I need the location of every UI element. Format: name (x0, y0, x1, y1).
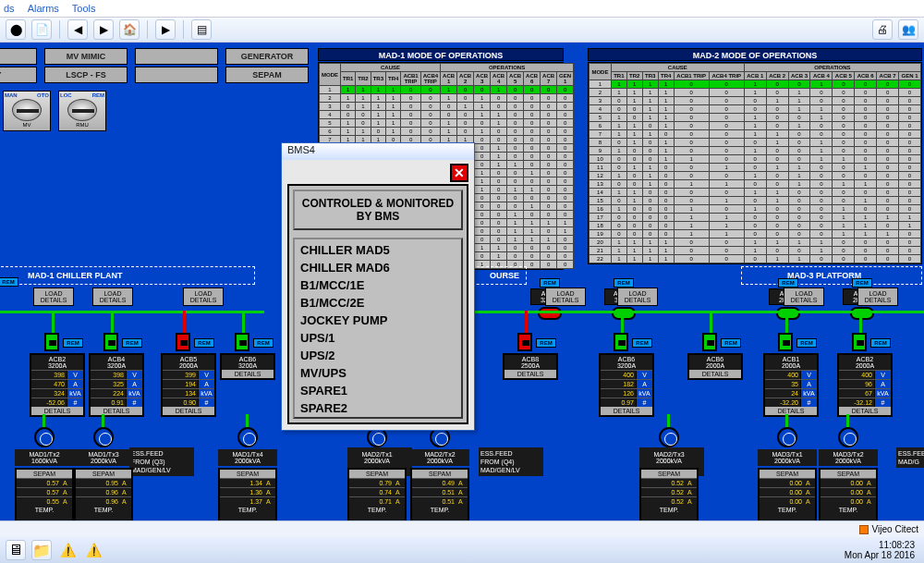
bms-list-item[interactable]: CHILLER MAD5 (300, 241, 456, 259)
load-details-button[interactable]: LOAD DETAILS (183, 288, 224, 306)
task-button[interactable]: 🖥 (6, 540, 26, 560)
load-details-button[interactable]: LOAD DETAILS (545, 288, 586, 306)
bms-list-item[interactable]: JOCKEY PUMP (300, 312, 456, 329)
dials: MANOTO MV LOCREM RMU (3, 91, 106, 131)
sepam-title: SEPAM (821, 470, 876, 478)
back-button[interactable]: ◀ (67, 19, 88, 40)
details-button[interactable]: DETAILS (601, 407, 652, 415)
load-details-button[interactable]: LOAD DETAILS (784, 288, 824, 306)
breaker-icon[interactable] (850, 307, 874, 320)
breaker-icon (778, 333, 793, 351)
feeder: MAD3/Tx22000kVA SEPAM 0.00A0.00A0.00A TE… (819, 427, 878, 525)
feeder-drop (43, 414, 45, 427)
sepam-title: SEPAM (220, 470, 275, 478)
close-icon[interactable]: ✕ (450, 164, 468, 182)
breaker-icon (852, 333, 867, 351)
nav-button-blank2[interactable] (135, 67, 218, 83)
details-button[interactable]: DETAILS (163, 407, 214, 415)
breaker[interactable] (517, 333, 532, 351)
nav-button-mv-mimic[interactable]: MV MIMIC (44, 48, 128, 65)
mode-header-2: MAD-2 MODE OF OPERATIONS (588, 48, 922, 61)
rem-tag: REM (796, 338, 817, 348)
menu-item[interactable]: ds (4, 3, 15, 14)
details-button[interactable]: DETAILS (505, 370, 556, 378)
details-button[interactable]: DETAILS (91, 407, 142, 415)
breaker[interactable] (176, 333, 190, 351)
separator (147, 20, 148, 39)
dial-rmu[interactable]: LOCREM RMU (58, 91, 106, 131)
menu-item[interactable]: Tools (72, 3, 96, 14)
load-details-button[interactable]: LOAD DETAILS (617, 288, 658, 306)
nav-button-lscp[interactable]: LSCP - FS (44, 67, 128, 83)
menu-bar: ds Alarms Tools (0, 0, 924, 17)
plant-label: OURSE (490, 271, 519, 280)
acb-name: ACB62000A (689, 355, 741, 370)
breaker[interactable] (778, 333, 793, 351)
breaker[interactable] (235, 333, 249, 351)
toolbar-button[interactable]: ▶ (155, 19, 176, 40)
breaker[interactable] (852, 333, 867, 351)
temp-label: TEMP. (641, 506, 697, 514)
warning-icon[interactable]: ⚠️ (57, 540, 78, 560)
toolbar-button[interactable]: 📄 (31, 19, 52, 40)
bms-list-item[interactable]: SPARE1 (300, 382, 456, 399)
details-button[interactable]: DETAILS (222, 370, 274, 378)
bus-drop (785, 311, 788, 335)
breaker-icon[interactable] (538, 307, 562, 320)
load-details-button[interactable]: LOAD DETAILS (33, 288, 74, 306)
details-button[interactable]: DETAILS (689, 370, 741, 378)
breaker[interactable] (103, 333, 118, 351)
sepam-panel: SEPAM 1.34A1.36A1.37A TEMP. (218, 468, 277, 525)
breaker[interactable] (614, 333, 628, 351)
bms-list-item[interactable]: UPS/1 (300, 329, 456, 347)
home-button[interactable]: 🏠 (119, 19, 140, 40)
task-button[interactable]: 📁 (31, 540, 52, 560)
acb-name: ACB23200A (31, 355, 83, 370)
dial-caption: RMU (76, 122, 89, 128)
feeder-label: MAD1/Tx32000kVA (74, 449, 133, 466)
feeder-drop (785, 414, 788, 427)
rem-tag: REM (870, 338, 891, 348)
nav-button-ic[interactable]: IC (0, 48, 37, 65)
acb-panel: ACB63200A DETAILS (220, 353, 275, 380)
bms-list-item[interactable]: CHILLER MAD6 (300, 259, 456, 276)
nav-button-sepam[interactable]: SEPAM (225, 67, 309, 83)
breaker-icon (702, 333, 717, 351)
app-icon (859, 525, 869, 534)
load-details-button[interactable]: LOAD DETAILS (857, 288, 898, 306)
breaker[interactable] (44, 333, 59, 351)
nav-button-gy[interactable]: GY (0, 67, 37, 83)
bms-list-item[interactable]: B1/MCC/2E (300, 294, 456, 312)
acb-name: ACB63200A (601, 355, 652, 370)
nav-button-blank[interactable] (135, 48, 218, 65)
bms-list-item[interactable]: SPARE3 (300, 417, 456, 419)
toolbar-button[interactable]: ▤ (191, 19, 212, 40)
forward-button[interactable]: ▶ (93, 19, 114, 40)
bms-list-item[interactable]: UPS/2 (300, 347, 456, 364)
print-button[interactable]: 🖨 (872, 19, 893, 40)
menu-item[interactable]: Alarms (28, 3, 59, 14)
dial-label: REM (92, 92, 104, 98)
details-button[interactable]: DETAILS (31, 407, 83, 415)
breaker-icon[interactable] (612, 307, 636, 320)
taskbar: 🖥 📁 ⚠️ ⚠️ 11:08:23 Mon Apr 18 2016 (0, 537, 924, 563)
acb-name: ACB82500A (505, 355, 556, 370)
temp-label: TEMP. (220, 506, 275, 514)
breaker-icon[interactable] (776, 307, 800, 320)
nav-row-1: IC MV MIMIC GENERATOR (0, 48, 309, 65)
bms-list-item[interactable]: SPARE2 (300, 399, 456, 417)
warning-icon[interactable]: ⚠️ (83, 540, 103, 560)
users-button[interactable]: 👥 (898, 19, 918, 40)
toolbar-button[interactable]: ⬤ (6, 19, 26, 40)
dial-mv[interactable]: MANOTO MV (3, 91, 51, 131)
nav-button-generator[interactable]: GENERATOR (225, 48, 309, 65)
load-details-button[interactable]: LOAD DETAILS (92, 288, 133, 306)
details-button[interactable]: DETAILS (765, 407, 817, 415)
bms-list-item[interactable]: B1/MCC/1E (300, 276, 456, 294)
feeder-label: MAD2/Tx12000kVA (347, 449, 407, 466)
bms-list: CHILLER MAD5CHILLER MAD6B1/MCC/1EB1/MCC/… (293, 238, 463, 419)
bms-list-item[interactable]: MV/UPS (300, 364, 456, 382)
breaker[interactable] (702, 333, 717, 351)
knob-icon (67, 99, 97, 121)
feeder-label: MAD1/Tx21600kVA (15, 449, 74, 466)
